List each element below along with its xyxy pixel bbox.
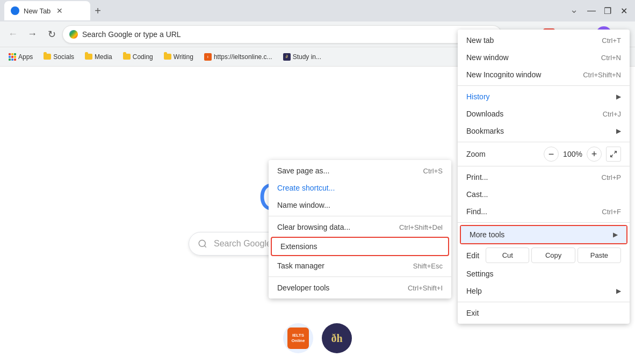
menu-exit-label: Exit [466,309,479,317]
menu-incognito-shortcut: Ctrl+Shift+N [583,71,621,79]
submenu-name-window[interactable]: Name window... [269,196,451,214]
menu-divider1 [458,85,630,86]
menu-incognito[interactable]: New Incognito window Ctrl+Shift+N [458,66,630,83]
menu-cast-label: Cast... [466,190,488,199]
chrome-menu: New tab Ctrl+T New window Ctrl+N New Inc… [458,30,630,324]
menu-overlay: Save page as... Ctrl+S Create shortcut..… [0,0,635,364]
menu-bookmarks-label: Bookmarks [466,127,504,135]
submenu-save-page[interactable]: Save page as... Ctrl+S [269,162,451,179]
menu-divider3 [458,166,630,166]
menu-edit-row: Edit Cut Copy Paste [458,245,630,265]
menu-cast[interactable]: Cast... [458,186,630,203]
more-tools-highlight-box: More tools ▶ [460,225,627,244]
menu-print[interactable]: Print... Ctrl+P [458,169,630,186]
submenu-task-label: Task manager [277,261,324,270]
submenu-clear-browsing[interactable]: Clear browsing data... Ctrl+Shift+Del [269,219,451,236]
extensions-highlight-box: Extensions [271,237,449,256]
menu-downloads-label: Downloads [466,110,503,118]
svg-line-7 [614,151,616,154]
menu-new-tab-shortcut: Ctrl+T [602,37,621,45]
menu-print-label: Print... [466,173,488,181]
menu-new-tab-label: New tab [466,36,494,45]
svg-line-8 [611,155,613,157]
menu-zoom-row: Zoom − 100% + [458,144,630,164]
zoom-value: 100% [563,150,582,158]
submenu-divider1 [269,216,451,216]
menu-incognito-label: New Incognito window [466,70,541,79]
zoom-controls: − 100% + [544,147,621,162]
menu-new-window[interactable]: New window Ctrl+N [458,49,630,66]
menu-bookmarks[interactable]: Bookmarks ▶ [458,122,630,140]
zoom-minus-button[interactable]: − [544,147,559,162]
menu-more-tools[interactable]: More tools ▶ [461,226,626,243]
menu-history-label: History [466,92,490,101]
menu-cut-button[interactable]: Cut [486,247,529,263]
submenu-clear-label: Clear browsing data... [277,223,350,231]
submenu-devtools-label: Developer tools [277,283,329,292]
submenu-extensions[interactable]: Extensions [272,238,448,255]
menu-downloads-shortcut: Ctrl+J [603,110,621,118]
menu-print-shortcut: Ctrl+P [602,173,621,181]
menu-new-tab[interactable]: New tab Ctrl+T [458,32,630,49]
menu-help-label: Help [466,287,482,295]
submenu-task-shortcut: Shift+Esc [413,262,443,270]
menu-find-label: Find... [466,207,487,216]
menu-find[interactable]: Find... Ctrl+F [458,203,630,220]
menu-history-arrow: ▶ [616,93,621,100]
menu-downloads[interactable]: Downloads Ctrl+J [458,105,630,122]
menu-new-window-shortcut: Ctrl+N [601,54,621,62]
submenu-extensions-label: Extensions [280,242,317,251]
menu-zoom-label: Zoom [466,150,486,158]
menu-settings[interactable]: Settings [458,265,630,282]
more-tools-submenu: Save page as... Ctrl+S Create shortcut..… [269,160,451,299]
menu-find-shortcut: Ctrl+F [602,208,621,216]
submenu-developer-tools[interactable]: Developer tools Ctrl+Shift+I [269,279,451,296]
menu-more-tools-label: More tools [470,230,504,239]
menu-exit[interactable]: Exit [458,304,630,322]
menu-bookmarks-arrow: ▶ [616,127,621,135]
menu-paste-button[interactable]: Paste [578,247,621,263]
menu-divider5 [458,302,630,302]
submenu-devtools-shortcut: Ctrl+Shift+I [408,284,443,292]
menu-settings-label: Settings [466,270,494,278]
menu-new-window-label: New window [466,53,509,62]
menu-copy-button[interactable]: Copy [531,247,575,263]
submenu-save-shortcut: Ctrl+S [423,167,443,175]
menu-history[interactable]: History ▶ [458,88,630,105]
submenu-divider2 [269,276,451,277]
submenu-save-label: Save page as... [277,166,329,175]
menu-edit-label: Edit [466,251,479,260]
menu-more-tools-arrow: ▶ [613,231,618,238]
menu-divider4 [458,222,630,223]
submenu-create-shortcut[interactable]: Create shortcut... [269,179,451,196]
menu-help-arrow: ▶ [616,287,621,295]
menu-divider2 [458,142,630,142]
menu-help[interactable]: Help ▶ [458,282,630,300]
submenu-create-label: Create shortcut... [277,184,335,192]
zoom-plus-button[interactable]: + [587,147,602,162]
submenu-clear-shortcut: Ctrl+Shift+Del [399,223,443,231]
submenu-name-label: Name window... [277,201,330,209]
submenu-task-manager[interactable]: Task manager Shift+Esc [269,257,451,274]
fullscreen-button[interactable] [606,147,621,162]
